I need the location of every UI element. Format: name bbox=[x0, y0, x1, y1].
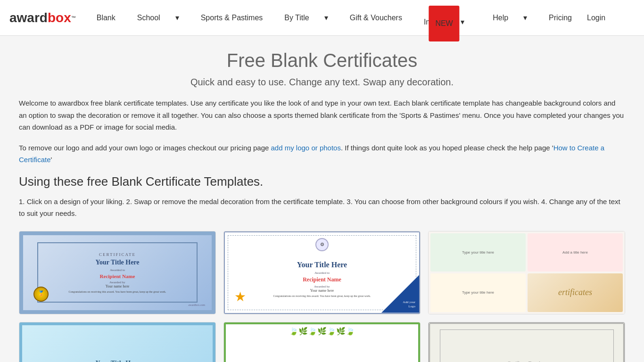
nav-item-pricing: Pricing bbox=[542, 0, 578, 36]
nav-link-gift[interactable]: Gift & Vouchers bbox=[343, 0, 409, 36]
cert1-medal-icon: 🏅 bbox=[33, 287, 49, 302]
cert4-title: Your Title Here bbox=[95, 360, 139, 362]
intro2-after: . If things dont quite look as you hoped… bbox=[341, 144, 553, 152]
page-subtitle: Quick and easy to use. Change any text. … bbox=[19, 77, 625, 88]
cert2-awarded: Awarded to bbox=[314, 271, 330, 275]
nav-item-help: Help ▾ bbox=[479, 0, 540, 36]
cert3-text-3: Type your title here bbox=[460, 288, 496, 296]
cert-image-4: Your Title Here bbox=[19, 322, 215, 362]
cert-image-1: CERTIFICATE Your Title Here Awarded to R… bbox=[19, 231, 215, 314]
cert3-item-2: Add a title here bbox=[528, 233, 623, 272]
logo[interactable]: awardbox™ bbox=[9, 10, 76, 25]
certificate-card-4[interactable]: Your Title Here bbox=[19, 322, 216, 362]
cert2-recipient: Recipient Name bbox=[303, 276, 341, 283]
cert-image-3: Type your title here Add a title here Ty… bbox=[429, 231, 625, 314]
section-heading: Using these free Blank Certificate Templ… bbox=[19, 174, 625, 189]
cert-preview-6: Certificate Template bbox=[429, 322, 625, 362]
certificate-card-2[interactable]: ⚙ Your Title Here Awarded to Recipient N… bbox=[223, 231, 421, 314]
cert2-star-icon: ★ bbox=[234, 289, 246, 304]
cert3-text-1: Type your title here bbox=[460, 248, 496, 256]
nav-link-school[interactable]: School ▾ bbox=[124, 0, 192, 36]
cert-preview-2: ⚙ Your Title Here Awarded to Recipient N… bbox=[224, 231, 420, 314]
main-content: Free Blank Certificates Quick and easy t… bbox=[0, 36, 644, 362]
cert-image-2: ⚙ Your Title Here Awarded to Recipient N… bbox=[224, 231, 420, 314]
nav-link-blank[interactable]: Blank bbox=[90, 0, 122, 36]
cert2-title: Your Title Here bbox=[297, 261, 347, 269]
nav-link-pricing[interactable]: Pricing bbox=[542, 0, 578, 36]
cert-inner-1: CERTIFICATE Your Title Here Awarded to R… bbox=[37, 242, 198, 302]
cert1-by: Awarded by bbox=[109, 280, 125, 284]
nav-item-sports: Sports & Pastimes bbox=[194, 0, 270, 36]
certificate-grid: CERTIFICATE Your Title Here Awarded to R… bbox=[19, 231, 625, 362]
cert3-item-3: Type your title here bbox=[430, 273, 526, 312]
nav-item-school: School ▾ bbox=[124, 0, 192, 36]
cert-image-6: Certificate Template bbox=[429, 322, 625, 362]
cert6-inner: Certificate Template bbox=[440, 329, 614, 362]
steps-text: 1. Click on a design of your liking. 2. … bbox=[19, 196, 625, 220]
cert1-recipient: Recipient Name bbox=[100, 273, 135, 279]
cert2-name: Your name here bbox=[310, 288, 334, 293]
intro2-end: ' bbox=[51, 156, 52, 164]
cert1-title: Your Title Here bbox=[95, 259, 139, 266]
nav-item-blank: Blank bbox=[90, 0, 122, 36]
cert-image-5: 🍃🌿🍃🌿🍃🌿🍃 Champ Certificate of Achievement bbox=[224, 322, 420, 362]
logo-tm: ™ bbox=[71, 15, 76, 20]
nav-link-help[interactable]: Help ▾ bbox=[479, 0, 540, 36]
intro-paragraph-1: Welcome to awardbox free blank certifica… bbox=[19, 97, 625, 133]
nav-label-help: Help bbox=[486, 0, 515, 36]
nav-link-by-title[interactable]: By Title ▾ bbox=[271, 0, 341, 36]
nav-item-login: Login bbox=[580, 0, 612, 36]
cert2-seal-icon: ★ bbox=[234, 289, 246, 304]
logo-box-text: box bbox=[48, 10, 71, 25]
chevron-down-icon: ▾ bbox=[169, 0, 186, 36]
certificate-card-6[interactable]: Certificate Template bbox=[428, 322, 625, 362]
certificate-card-1[interactable]: CERTIFICATE Your Title Here Awarded to R… bbox=[19, 231, 216, 314]
intro-paragraph-2: To remove our logo and add your own logo… bbox=[19, 142, 625, 166]
cert1-label: CERTIFICATE bbox=[99, 252, 136, 257]
cert1-logo: awardbox.com bbox=[189, 304, 206, 306]
intro2-before: To remove our logo and add your own logo… bbox=[19, 144, 271, 152]
certificate-card-3[interactable]: Type your title here Add a title here Ty… bbox=[428, 231, 625, 314]
cert-preview-5: 🍃🌿🍃🌿🍃🌿🍃 Champ Certificate of Achievement bbox=[224, 322, 420, 362]
cert3-text-2: Add a title here bbox=[561, 248, 590, 256]
cert2-by: Awarded by bbox=[314, 285, 330, 288]
nav-list: Blank School ▾ Sports & Pastimes By Titl… bbox=[90, 0, 612, 36]
cert2-corner-text: Add yourLogo bbox=[403, 300, 415, 309]
cert1-awarded: Awarded to bbox=[110, 268, 125, 272]
nav-item-gift: Gift & Vouchers bbox=[343, 0, 409, 36]
nav-label-school: School bbox=[131, 0, 167, 36]
cert-preview-3: Type your title here Add a title here Ty… bbox=[429, 231, 625, 314]
new-badge: NEW bbox=[429, 6, 459, 41]
cert3-item-4: ertificates bbox=[528, 273, 623, 312]
nav-item-by-title: By Title ▾ bbox=[271, 0, 341, 36]
cert1-congrats: Congratulations on receiving this award.… bbox=[68, 290, 166, 293]
intro2-link1[interactable]: add my logo or photos bbox=[271, 144, 341, 152]
cert3-text-4: ertificates bbox=[558, 288, 592, 297]
chevron-down-icon-4: ▾ bbox=[517, 0, 534, 36]
cert3-item-1: Type your title here bbox=[430, 233, 526, 272]
cert5-leaves-icon: 🍃🌿🍃🌿🍃🌿🍃 bbox=[289, 327, 355, 336]
main-navigation: awardbox™ Blank School ▾ Sports & Pastim… bbox=[0, 0, 644, 36]
certificate-card-5[interactable]: 🍃🌿🍃🌿🍃🌿🍃 Champ Certificate of Achievement bbox=[223, 322, 421, 362]
cert2-corner: Add yourLogo bbox=[381, 275, 419, 313]
cert1-name: Your name here bbox=[106, 284, 130, 288]
nav-item-invites: NEW Invites ▾ bbox=[411, 0, 478, 36]
cert-preview-1: CERTIFICATE Your Title Here Awarded to R… bbox=[19, 231, 215, 314]
logo-award-text: award bbox=[9, 10, 48, 25]
cert-preview-4: Your Title Here bbox=[19, 322, 215, 362]
nav-label-by-title: By Title bbox=[278, 0, 315, 36]
nav-link-sports[interactable]: Sports & Pastimes bbox=[194, 0, 270, 36]
page-title: Free Blank Certificates bbox=[19, 50, 625, 71]
cert2-congrats: Congratulations on receiving this award.… bbox=[259, 295, 385, 297]
cert2-emblem-icon: ⚙ bbox=[315, 238, 329, 251]
chevron-down-icon-2: ▾ bbox=[318, 0, 335, 36]
nav-link-login[interactable]: Login bbox=[580, 0, 612, 36]
